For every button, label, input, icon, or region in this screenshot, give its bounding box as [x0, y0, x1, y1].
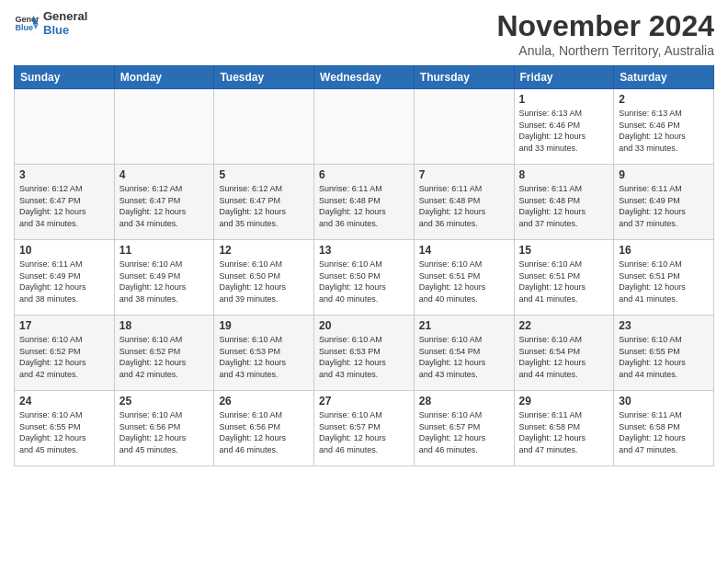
logo: General Blue General Blue	[14, 9, 87, 37]
day-info: Sunrise: 6:10 AM Sunset: 6:53 PM Dayligh…	[219, 334, 309, 380]
day-info: Sunrise: 6:13 AM Sunset: 6:46 PM Dayligh…	[519, 108, 609, 154]
day-number: 6	[319, 168, 409, 181]
day-info: Sunrise: 6:10 AM Sunset: 6:55 PM Dayligh…	[619, 334, 709, 380]
calendar-cell: 16Sunrise: 6:10 AM Sunset: 6:51 PM Dayli…	[614, 240, 714, 316]
week-row-1: 1Sunrise: 6:13 AM Sunset: 6:46 PM Daylig…	[15, 89, 714, 165]
calendar-cell	[214, 89, 314, 165]
month-title: November 2024	[496, 9, 714, 43]
day-number: 5	[219, 168, 309, 181]
day-number: 15	[519, 244, 609, 257]
day-header-thursday: Thursday	[414, 66, 514, 89]
day-info: Sunrise: 6:10 AM Sunset: 6:55 PM Dayligh…	[19, 409, 109, 455]
day-number: 24	[19, 395, 109, 408]
title-area: November 2024 Anula, Northern Territory,…	[496, 9, 714, 58]
day-number: 14	[419, 244, 509, 257]
day-number: 16	[619, 244, 709, 257]
calendar-cell: 6Sunrise: 6:11 AM Sunset: 6:48 PM Daylig…	[314, 165, 415, 240]
calendar-header-row: SundayMondayTuesdayWednesdayThursdayFrid…	[15, 66, 714, 89]
logo-line2: Blue	[43, 23, 87, 37]
day-number: 17	[19, 319, 109, 332]
calendar-cell: 7Sunrise: 6:11 AM Sunset: 6:48 PM Daylig…	[414, 165, 514, 240]
day-number: 18	[119, 319, 210, 332]
calendar-cell	[15, 89, 115, 165]
day-number: 27	[319, 395, 409, 408]
calendar-cell: 27Sunrise: 6:10 AM Sunset: 6:57 PM Dayli…	[314, 391, 415, 466]
calendar-cell: 24Sunrise: 6:10 AM Sunset: 6:55 PM Dayli…	[15, 391, 115, 466]
day-info: Sunrise: 6:11 AM Sunset: 6:58 PM Dayligh…	[519, 409, 609, 455]
calendar-cell: 17Sunrise: 6:10 AM Sunset: 6:52 PM Dayli…	[15, 316, 115, 391]
calendar-cell: 14Sunrise: 6:10 AM Sunset: 6:51 PM Dayli…	[414, 240, 514, 316]
page: General Blue General Blue November 2024 …	[0, 0, 728, 563]
svg-text:Blue: Blue	[15, 23, 33, 32]
day-info: Sunrise: 6:10 AM Sunset: 6:50 PM Dayligh…	[219, 259, 309, 304]
day-number: 7	[419, 168, 509, 181]
day-info: Sunrise: 6:10 AM Sunset: 6:53 PM Dayligh…	[319, 334, 409, 380]
day-number: 11	[119, 244, 210, 257]
day-info: Sunrise: 6:10 AM Sunset: 6:56 PM Dayligh…	[119, 409, 210, 455]
day-number: 12	[219, 244, 309, 257]
day-number: 25	[119, 395, 210, 408]
calendar-cell: 5Sunrise: 6:12 AM Sunset: 6:47 PM Daylig…	[214, 165, 314, 240]
calendar-cell: 25Sunrise: 6:10 AM Sunset: 6:56 PM Dayli…	[114, 391, 214, 466]
day-number: 26	[219, 395, 309, 408]
day-number: 19	[219, 319, 309, 332]
day-number: 2	[619, 93, 709, 106]
logo-icon: General Blue	[14, 10, 40, 36]
day-number: 3	[19, 168, 109, 181]
day-number: 8	[519, 168, 609, 181]
day-number: 29	[519, 395, 609, 408]
calendar-cell: 9Sunrise: 6:11 AM Sunset: 6:49 PM Daylig…	[614, 165, 714, 240]
day-info: Sunrise: 6:10 AM Sunset: 6:51 PM Dayligh…	[519, 259, 609, 304]
calendar-cell	[314, 89, 415, 165]
day-info: Sunrise: 6:11 AM Sunset: 6:49 PM Dayligh…	[619, 183, 709, 229]
day-number: 22	[519, 319, 609, 332]
day-number: 4	[119, 168, 210, 181]
calendar-cell: 22Sunrise: 6:10 AM Sunset: 6:54 PM Dayli…	[514, 316, 614, 391]
day-info: Sunrise: 6:10 AM Sunset: 6:51 PM Dayligh…	[419, 259, 509, 304]
calendar-cell: 1Sunrise: 6:13 AM Sunset: 6:46 PM Daylig…	[514, 89, 614, 165]
calendar-cell: 18Sunrise: 6:10 AM Sunset: 6:52 PM Dayli…	[114, 316, 214, 391]
day-info: Sunrise: 6:10 AM Sunset: 6:57 PM Dayligh…	[319, 409, 409, 455]
day-info: Sunrise: 6:11 AM Sunset: 6:48 PM Dayligh…	[319, 183, 409, 229]
day-info: Sunrise: 6:12 AM Sunset: 6:47 PM Dayligh…	[219, 183, 309, 229]
calendar-cell: 15Sunrise: 6:10 AM Sunset: 6:51 PM Dayli…	[514, 240, 614, 316]
calendar-cell: 29Sunrise: 6:11 AM Sunset: 6:58 PM Dayli…	[514, 391, 614, 466]
calendar-cell	[414, 89, 514, 165]
day-info: Sunrise: 6:10 AM Sunset: 6:52 PM Dayligh…	[119, 334, 210, 380]
calendar-cell: 3Sunrise: 6:12 AM Sunset: 6:47 PM Daylig…	[15, 165, 115, 240]
day-info: Sunrise: 6:10 AM Sunset: 6:52 PM Dayligh…	[19, 334, 109, 380]
calendar-cell: 10Sunrise: 6:11 AM Sunset: 6:49 PM Dayli…	[15, 240, 115, 316]
calendar-cell: 4Sunrise: 6:12 AM Sunset: 6:47 PM Daylig…	[114, 165, 214, 240]
day-number: 30	[619, 395, 709, 408]
week-row-4: 17Sunrise: 6:10 AM Sunset: 6:52 PM Dayli…	[15, 316, 714, 391]
day-header-friday: Friday	[514, 66, 614, 89]
calendar-cell: 28Sunrise: 6:10 AM Sunset: 6:57 PM Dayli…	[414, 391, 514, 466]
day-header-wednesday: Wednesday	[314, 66, 415, 89]
day-info: Sunrise: 6:13 AM Sunset: 6:46 PM Dayligh…	[619, 108, 709, 154]
day-number: 1	[519, 93, 609, 106]
calendar-cell	[114, 89, 214, 165]
day-info: Sunrise: 6:10 AM Sunset: 6:54 PM Dayligh…	[419, 334, 509, 380]
calendar-cell: 8Sunrise: 6:11 AM Sunset: 6:48 PM Daylig…	[514, 165, 614, 240]
calendar-cell: 21Sunrise: 6:10 AM Sunset: 6:54 PM Dayli…	[414, 316, 514, 391]
calendar-cell: 12Sunrise: 6:10 AM Sunset: 6:50 PM Dayli…	[214, 240, 314, 316]
calendar-cell: 13Sunrise: 6:10 AM Sunset: 6:50 PM Dayli…	[314, 240, 415, 316]
day-info: Sunrise: 6:11 AM Sunset: 6:48 PM Dayligh…	[419, 183, 509, 229]
header: General Blue General Blue November 2024 …	[14, 9, 714, 58]
day-number: 10	[19, 244, 109, 257]
day-info: Sunrise: 6:11 AM Sunset: 6:58 PM Dayligh…	[619, 409, 709, 455]
day-number: 20	[319, 319, 409, 332]
calendar-cell: 23Sunrise: 6:10 AM Sunset: 6:55 PM Dayli…	[614, 316, 714, 391]
day-number: 28	[419, 395, 509, 408]
calendar-cell: 2Sunrise: 6:13 AM Sunset: 6:46 PM Daylig…	[614, 89, 714, 165]
day-info: Sunrise: 6:10 AM Sunset: 6:51 PM Dayligh…	[619, 259, 709, 304]
calendar-cell: 26Sunrise: 6:10 AM Sunset: 6:56 PM Dayli…	[214, 391, 314, 466]
day-info: Sunrise: 6:10 AM Sunset: 6:54 PM Dayligh…	[519, 334, 609, 380]
day-number: 9	[619, 168, 709, 181]
calendar-cell: 11Sunrise: 6:10 AM Sunset: 6:49 PM Dayli…	[114, 240, 214, 316]
day-number: 21	[419, 319, 509, 332]
week-row-2: 3Sunrise: 6:12 AM Sunset: 6:47 PM Daylig…	[15, 165, 714, 240]
day-info: Sunrise: 6:10 AM Sunset: 6:49 PM Dayligh…	[119, 259, 210, 304]
day-info: Sunrise: 6:12 AM Sunset: 6:47 PM Dayligh…	[19, 183, 109, 229]
day-info: Sunrise: 6:12 AM Sunset: 6:47 PM Dayligh…	[119, 183, 210, 229]
